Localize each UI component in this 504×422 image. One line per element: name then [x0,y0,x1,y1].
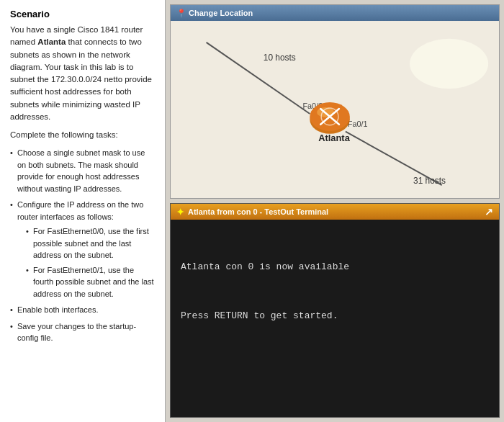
subtask-item-2: For FastEthernet0/1, use the fourth poss… [26,264,155,300]
scenario-panel: Scenario You have a single Cisco 1841 ro… [0,0,166,422]
network-diagram-svg: 10 hosts 31 hosts Fa0/0 Fa0/1 [171,21,499,198]
right-panel: 📍 Change Location 10 hosts 31 hosts Fa0/… [166,0,504,422]
scenario-intro: You have a single Cisco 1841 router name… [10,24,155,123]
task-item-4: Save your changes to the startup-config … [10,320,155,344]
task-item-3: Enable both interfaces. [10,304,155,316]
terminal-line-2 [181,243,489,259]
tasks-header: Complete the following tasks: [10,129,155,141]
network-window: 📍 Change Location 10 hosts 31 hosts Fa0/… [170,4,500,199]
location-icon: 📍 [176,9,185,17]
terminal-prompt: Press RETURN to get started. [181,309,489,324]
terminal-line-5 [181,292,489,307]
terminal-window[interactable]: ✦ Atlanta from con 0 - TestOut Terminal … [170,203,500,418]
network-titlebar: 📍 Change Location [171,5,499,21]
terminal-line-4 [181,276,489,291]
network-diagram-content: 10 hosts 31 hosts Fa0/0 Fa0/1 [171,21,499,198]
network-window-title: Change Location [189,9,253,17]
task-item-2: Configure the IP address on the two rout… [10,199,155,300]
subnet2-label: 31 hosts [413,176,446,186]
fa0-1-label: Fa0/1 [348,120,368,128]
subtask-list: For FastEthernet0/0, use the first possi… [17,225,155,300]
terminal-content[interactable]: Atlanta con 0 is now available Press RET… [171,220,499,417]
terminal-titlebar: ✦ Atlanta from con 0 - TestOut Terminal … [171,204,499,220]
terminal-icon: ✦ [176,207,184,217]
subnet1-label: 10 hosts [264,53,296,63]
terminal-available: Atlanta con 0 is now available [181,260,489,275]
cursor-icon: ↗ [485,206,493,217]
router-label: Atlanta [318,133,350,143]
task-item-1: Choose a single subnet mask to use on bo… [10,147,155,194]
subtask-item-1: For FastEthernet0/0, use the first possi… [26,225,155,261]
scenario-title: Scenario [10,9,155,19]
router-icon [310,102,350,134]
task-list: Choose a single subnet mask to use on bo… [10,147,155,344]
terminal-title: Atlanta from con 0 - TestOut Terminal [188,207,328,216]
terminal-line-1 [181,227,489,242]
svg-point-1 [410,39,488,89]
